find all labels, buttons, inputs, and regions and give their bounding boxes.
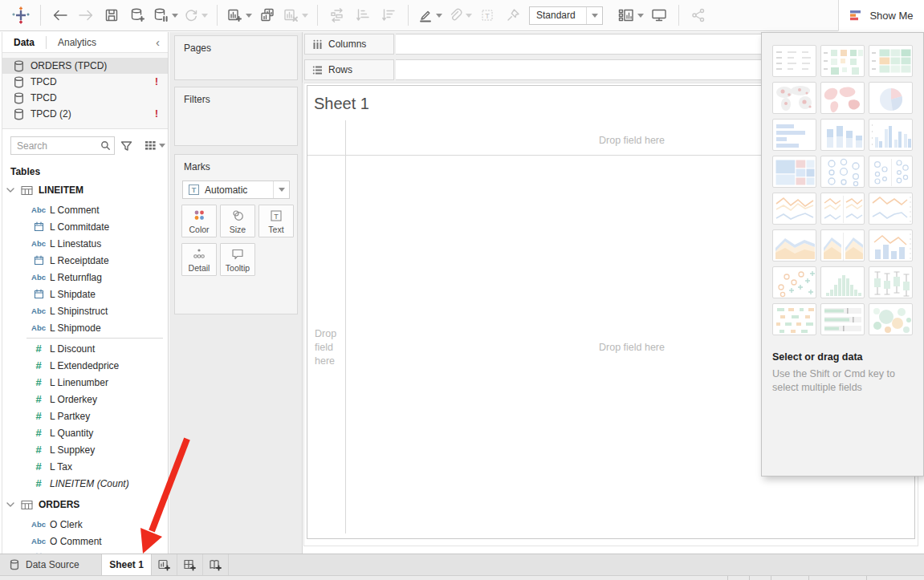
showme-highlight-table-icon[interactable] — [820, 45, 865, 77]
tab-sheet-1[interactable]: Sheet 1 — [102, 554, 152, 575]
showme-packed-bubbles-icon[interactable] — [869, 303, 913, 335]
field-row[interactable]: AbcO Comment — [2, 533, 168, 550]
text-button[interactable]: T Text — [258, 205, 294, 237]
group-members-button[interactable] — [447, 4, 472, 26]
showme-heat-map-icon[interactable] — [869, 45, 913, 77]
showme-lines-discrete-icon[interactable] — [820, 193, 865, 225]
showme-dual-combination-icon[interactable] — [869, 229, 913, 262]
field-row[interactable]: AbcL Comment — [2, 201, 168, 218]
showme-circle-views-icon[interactable] — [820, 156, 865, 188]
fit-selector-caret-icon[interactable] — [586, 7, 602, 24]
field-row[interactable]: #LINEITEM (Count) — [2, 475, 168, 492]
view-options-caret-icon[interactable] — [159, 144, 165, 148]
field-row[interactable]: L Receiptdate — [2, 252, 168, 269]
new-worksheet-caret-icon[interactable] — [246, 14, 252, 18]
field-row[interactable]: #L Quantity — [2, 424, 168, 441]
field-row[interactable]: #L Extendedprice — [2, 357, 168, 374]
showme-side-by-side-bars-icon[interactable] — [869, 119, 913, 151]
mark-type-caret-icon[interactable] — [273, 181, 289, 198]
filter-fields-button[interactable] — [120, 140, 132, 152]
showme-bullet-graph-icon[interactable] — [820, 303, 865, 335]
chevron-down-icon[interactable] — [6, 187, 15, 193]
show-me-button[interactable]: Show Me — [838, 0, 924, 31]
datasource-item[interactable]: TPCD — [2, 90, 168, 106]
showme-histogram-icon[interactable] — [820, 266, 865, 298]
collapse-pane-icon[interactable]: ‹ — [156, 36, 168, 48]
clear-sheet-caret-icon[interactable] — [302, 14, 308, 18]
new-worksheet-button[interactable] — [226, 4, 252, 26]
tab-data[interactable]: Data — [2, 32, 46, 52]
sort-ascending-button[interactable] — [352, 4, 373, 26]
color-button[interactable]: Color — [181, 205, 217, 237]
showme-side-by-side-circles-icon[interactable] — [869, 156, 913, 188]
new-data-source-button[interactable] — [127, 4, 148, 26]
showme-scatter-plot-icon[interactable] — [772, 266, 816, 298]
showme-pie-chart-icon[interactable] — [869, 82, 913, 114]
undo-button[interactable] — [50, 4, 71, 26]
drop-zone-rows[interactable]: Drop field here — [315, 327, 347, 368]
showme-dual-lines-icon[interactable] — [869, 193, 913, 225]
field-row[interactable]: AbcL Returnflag — [2, 269, 168, 286]
tooltip-button[interactable]: Tooltip — [220, 243, 255, 276]
filters-shelf[interactable]: Filters — [174, 87, 298, 146]
show-mark-labels-button[interactable]: T — [477, 4, 498, 26]
showme-horizontal-bars-icon[interactable] — [772, 119, 816, 151]
datasource-item[interactable]: TPCD (2) ! — [2, 106, 168, 122]
tab-data-source[interactable]: Data Source — [0, 554, 102, 575]
run-update-button[interactable] — [183, 4, 208, 26]
swap-rows-columns-button[interactable] — [327, 4, 348, 26]
showme-filled-map-icon[interactable] — [820, 82, 865, 114]
field-row[interactable]: AbcL Shipmode — [2, 319, 168, 336]
showme-gantt-icon[interactable] — [772, 303, 816, 335]
table-group-orders[interactable]: ORDERS — [2, 497, 168, 513]
field-row[interactable]: AbcL Shipinstruct — [2, 302, 168, 319]
datasource-item[interactable]: TPCD ! — [2, 74, 168, 90]
show-hide-cards-button[interactable] — [617, 4, 644, 26]
drop-zone-columns[interactable]: Drop field here — [552, 135, 712, 146]
save-button[interactable] — [101, 4, 122, 26]
showme-area-continuous-icon[interactable] — [772, 229, 816, 262]
field-row[interactable]: #L Suppkey — [2, 441, 168, 458]
redo-button[interactable] — [75, 4, 96, 26]
field-row[interactable]: L Commitdate — [2, 218, 168, 235]
sort-descending-button[interactable] — [378, 4, 399, 26]
new-dashboard-tab-button[interactable] — [177, 554, 203, 575]
new-story-tab-button[interactable] — [203, 554, 229, 575]
group-members-caret-icon[interactable] — [466, 14, 472, 18]
field-row[interactable]: #L Tax — [2, 458, 168, 475]
datasource-item[interactable]: ORDERS (TPCD) — [2, 58, 168, 74]
share-button[interactable] — [688, 4, 709, 26]
run-update-caret-icon[interactable] — [201, 14, 208, 18]
field-row[interactable]: L Shipdate — [2, 286, 168, 302]
show-hide-cards-caret-icon[interactable] — [637, 14, 644, 18]
presentation-mode-button[interactable] — [649, 4, 670, 26]
pause-auto-updates-caret-icon[interactable] — [172, 14, 178, 18]
chevron-down-icon[interactable] — [6, 501, 15, 508]
showme-symbol-map-icon[interactable] — [772, 82, 816, 114]
duplicate-button[interactable] — [257, 4, 278, 26]
showme-stacked-bars-icon[interactable] — [820, 119, 865, 151]
table-group-lineitem[interactable]: LINEITEM — [2, 182, 168, 198]
showme-text-table-icon[interactable] — [772, 45, 816, 77]
field-row[interactable]: #L Linenumber — [2, 374, 168, 391]
showme-lines-continuous-icon[interactable] — [772, 193, 816, 225]
field-row[interactable]: #L Orderkey — [2, 391, 168, 408]
fit-selector[interactable]: Standard — [529, 6, 603, 25]
highlight-button[interactable] — [417, 4, 442, 26]
size-button[interactable]: Size — [220, 205, 255, 237]
search-input[interactable] — [10, 136, 115, 155]
tab-analytics[interactable]: Analytics — [47, 32, 108, 52]
field-row[interactable]: #L Discount — [2, 340, 168, 357]
drop-zone-main[interactable]: Drop field here — [552, 342, 712, 353]
new-worksheet-tab-button[interactable] — [152, 554, 177, 575]
mark-type-dropdown[interactable]: T Automatic — [182, 180, 290, 199]
fix-axes-button[interactable] — [503, 4, 523, 26]
showme-treemap-icon[interactable] — [772, 156, 816, 188]
clear-sheet-button[interactable] — [283, 4, 308, 26]
view-options-button[interactable] — [145, 140, 165, 151]
field-row[interactable]: AbcL Linestatus — [2, 235, 168, 252]
highlight-caret-icon[interactable] — [436, 14, 442, 18]
field-row[interactable]: #L Partkey — [2, 408, 168, 424]
pages-shelf[interactable]: Pages — [174, 35, 298, 80]
pause-auto-updates-button[interactable] — [153, 4, 178, 26]
